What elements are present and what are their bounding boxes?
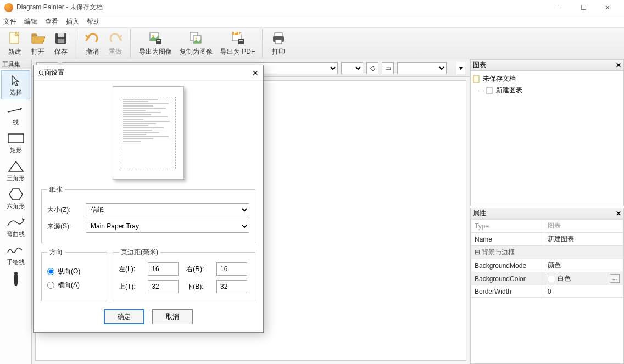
- tool-hexagon[interactable]: 六角形: [0, 184, 31, 212]
- undo-button[interactable]: 撤消: [81, 29, 104, 58]
- paper-size-select[interactable]: 信纸: [86, 203, 249, 216]
- tool-select[interactable]: 选择: [1, 70, 30, 99]
- margin-top-input[interactable]: [148, 280, 179, 293]
- collapse-toggle[interactable]: ▾: [456, 62, 465, 74]
- prop-row-type: Type 图表: [471, 220, 623, 233]
- diamond-icon[interactable]: ◇: [366, 62, 378, 74]
- dialog-close-button[interactable]: ✕: [252, 69, 259, 77]
- prop-section-bg[interactable]: ⊟ 背景与边框: [471, 246, 623, 259]
- landscape-radio[interactable]: 横向(A): [47, 281, 101, 290]
- tree-child[interactable]: 新建图表: [473, 85, 621, 96]
- save-button[interactable]: 保存: [49, 29, 73, 58]
- paper-fieldset: 纸张 大小(Z): 信纸 来源(S): Main Paper Tray: [41, 185, 255, 243]
- prop-row-bgcolor[interactable]: BackgroundColor 白色...: [471, 272, 623, 285]
- open-button[interactable]: 打开: [26, 29, 49, 58]
- ok-button[interactable]: 确定: [104, 309, 144, 324]
- print-button[interactable]: 打印: [267, 29, 290, 58]
- svg-rect-20: [8, 134, 24, 143]
- tool-triangle[interactable]: 三角形: [0, 156, 31, 184]
- color-swatch-white: [548, 276, 555, 282]
- diagrams-panel-title: 图表: [473, 60, 486, 70]
- svg-line-19: [8, 109, 22, 112]
- copy-image-button[interactable]: 复制为图像: [176, 29, 216, 58]
- new-button[interactable]: 新建: [3, 29, 26, 58]
- svg-point-10: [196, 37, 197, 39]
- orientation-fieldset: 方向 纵向(O) 横向(A): [41, 248, 107, 301]
- menu-view[interactable]: 查看: [45, 17, 58, 26]
- properties-panel-close[interactable]: ✕: [616, 210, 621, 217]
- rectangle-icon: [7, 132, 25, 145]
- menu-bar: 文件 编辑 查看 插入 帮助: [0, 15, 624, 27]
- window-title: Diagram Painter - 未保存文档: [16, 3, 547, 12]
- diagrams-panel: 图表 ✕ 未保存文档 新建图表: [470, 59, 624, 206]
- curve-icon: [7, 216, 25, 229]
- format-select-3[interactable]: [341, 62, 363, 74]
- tool-rectangle[interactable]: 矩形: [0, 128, 31, 156]
- export-pdf-button[interactable]: PDF 导出为 PDF: [216, 29, 259, 58]
- svg-rect-18: [275, 40, 282, 44]
- line-icon: [7, 104, 25, 117]
- export-image-icon: [148, 31, 163, 46]
- size-label: 大小(Z):: [47, 205, 80, 215]
- page-setup-dialog: 页面设置 ✕ 纸张: [33, 65, 264, 333]
- cancel-button[interactable]: 取消: [152, 309, 193, 324]
- export-pdf-icon: PDF: [230, 31, 246, 46]
- source-label: 来源(S):: [47, 222, 80, 231]
- svg-rect-22: [473, 76, 479, 82]
- export-image-button[interactable]: 导出为图像: [135, 29, 176, 58]
- svg-rect-15: [239, 40, 243, 41]
- svg-rect-7: [157, 40, 160, 41]
- tool-palette: 工具集 选择 线 矩形 三角形 六角形: [0, 59, 32, 364]
- person-icon: [7, 272, 25, 285]
- menu-file[interactable]: 文件: [3, 17, 16, 26]
- folder-open-icon: [30, 31, 46, 46]
- copy-image-icon: [188, 31, 204, 46]
- tool-curve[interactable]: 弯曲线: [0, 212, 31, 240]
- menu-edit[interactable]: 编辑: [24, 17, 37, 26]
- palette-title: 工具集: [0, 59, 31, 69]
- properties-panel: 属性 ✕ Type 图表 Name 新建图表 ⊟ 背景与边框: [470, 208, 624, 364]
- format-select-4[interactable]: [397, 62, 447, 74]
- triangle-icon: [7, 160, 25, 173]
- tool-line[interactable]: 线: [0, 100, 31, 128]
- menu-help[interactable]: 帮助: [87, 17, 100, 26]
- prop-row-borderwidth[interactable]: BorderWidth 0: [471, 285, 623, 298]
- margin-left-input[interactable]: [148, 262, 179, 276]
- printer-icon: [271, 31, 286, 46]
- svg-text:PDF: PDF: [233, 31, 245, 36]
- freehand-icon: [7, 244, 25, 257]
- margins-fieldset: 页边距(毫米) 左(L): 右(R): 上(T): 下(B):: [113, 248, 255, 301]
- portrait-radio[interactable]: 纵向(O): [47, 267, 101, 276]
- margin-bottom-input[interactable]: [216, 280, 247, 293]
- rect-icon[interactable]: ▭: [382, 62, 394, 74]
- save-icon: [53, 31, 69, 46]
- main-toolbar: 新建 打开 保存 撤消 重做 导出为图像 复制为图像 PDF: [0, 27, 624, 59]
- color-picker-button[interactable]: ...: [610, 274, 620, 283]
- diagrams-panel-close[interactable]: ✕: [616, 61, 621, 69]
- undo-icon: [85, 31, 100, 46]
- dialog-title: 页面设置: [38, 68, 64, 77]
- properties-panel-title: 属性: [473, 209, 486, 218]
- redo-button[interactable]: 重做: [104, 29, 127, 58]
- prop-row-name[interactable]: Name 新建图表: [471, 233, 623, 246]
- paper-source-select[interactable]: Main Paper Tray: [86, 220, 249, 233]
- page-preview: [113, 86, 184, 180]
- svg-rect-2: [58, 33, 64, 37]
- svg-rect-3: [58, 39, 64, 43]
- app-icon: [4, 3, 13, 12]
- redo-icon: [108, 31, 123, 46]
- prop-row-bgmode[interactable]: BackgroundMode 颜色: [471, 259, 623, 272]
- menu-insert[interactable]: 插入: [66, 17, 79, 26]
- new-file-icon: [7, 31, 23, 46]
- svg-rect-16: [275, 33, 282, 36]
- tree-root[interactable]: 未保存文档: [473, 73, 621, 85]
- minimize-button[interactable]: ─: [547, 0, 571, 15]
- tool-freehand[interactable]: 手绘线: [0, 240, 31, 268]
- close-button[interactable]: ✕: [595, 0, 620, 15]
- cursor-icon: [7, 74, 25, 87]
- tool-person[interactable]: [0, 268, 31, 287]
- document-icon: [473, 75, 481, 83]
- margin-right-input[interactable]: [216, 262, 247, 276]
- svg-rect-23: [487, 87, 492, 94]
- maximize-button[interactable]: ☐: [571, 0, 595, 15]
